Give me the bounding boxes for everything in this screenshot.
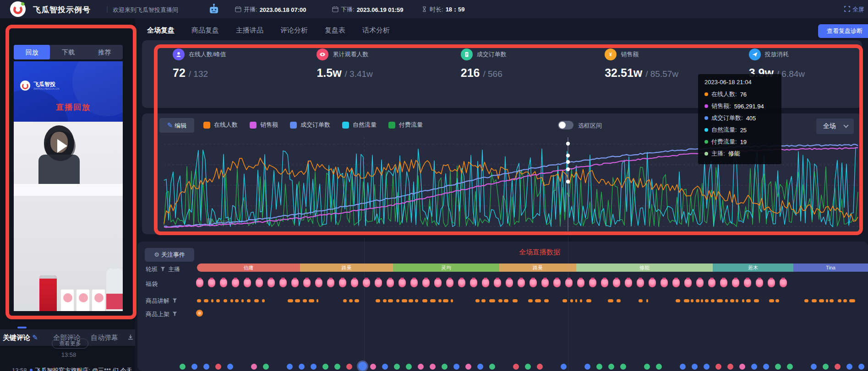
player-tab-1[interactable]: 回放: [14, 45, 50, 59]
event-dot[interactable]: [775, 364, 781, 370]
event-dot[interactable]: [715, 364, 721, 370]
explain-marker[interactable]: [544, 299, 549, 302]
diagnose-button[interactable]: 查看复盘诊断: [818, 24, 868, 38]
explain-marker[interactable]: [849, 299, 855, 302]
lucky-bag-icon[interactable]: [267, 279, 275, 287]
event-dot[interactable]: [858, 364, 864, 370]
lucky-bag-icon[interactable]: [410, 279, 418, 287]
explain-marker[interactable]: [355, 299, 359, 302]
event-dot[interactable]: [846, 364, 852, 370]
lucky-bag-icon[interactable]: [518, 279, 525, 287]
event-dot[interactable]: [251, 364, 257, 370]
event-dot[interactable]: [180, 364, 186, 370]
event-dot[interactable]: [334, 364, 340, 370]
explain-marker[interactable]: [711, 299, 714, 302]
host-segment[interactable]: 路曼: [300, 263, 393, 272]
pencil-icon[interactable]: ✎: [32, 333, 38, 341]
lucky-bag-icon[interactable]: [720, 279, 727, 287]
lucky-bag-icon[interactable]: [625, 279, 632, 287]
explain-marker[interactable]: [730, 299, 734, 302]
explain-marker[interactable]: [451, 299, 453, 302]
lucky-bag-icon[interactable]: [708, 279, 715, 287]
explain-marker[interactable]: [826, 299, 828, 302]
event-dot[interactable]: [596, 364, 602, 370]
event-dot[interactable]: [835, 364, 841, 370]
explain-marker[interactable]: [812, 299, 817, 302]
lucky-bag-icon[interactable]: [422, 279, 430, 287]
explain-marker[interactable]: [422, 299, 428, 302]
lucky-bag-icon[interactable]: [661, 279, 668, 287]
event-dot[interactable]: [227, 364, 233, 370]
scope-dropdown[interactable]: 全场: [816, 118, 854, 134]
event-dot[interactable]: [525, 364, 531, 370]
explain-marker[interactable]: [409, 299, 413, 302]
lucky-bag-icon[interactable]: [339, 279, 346, 287]
lucky-bag-icon[interactable]: [696, 279, 704, 287]
explain-marker[interactable]: [504, 299, 508, 302]
event-dot[interactable]: [406, 364, 412, 370]
lucky-bag-icon[interactable]: [256, 279, 263, 287]
video-player[interactable]: 飞瓜智投ZHITOU.FEIGUA.CN 直播回放: [14, 61, 123, 311]
edit-metrics-button[interactable]: ✎编辑: [159, 118, 194, 133]
lucky-bag-icon[interactable]: [494, 279, 501, 287]
explain-marker[interactable]: [639, 299, 642, 302]
event-dot[interactable]: [442, 364, 448, 370]
tab-3[interactable]: 主播讲品: [236, 26, 263, 35]
explain-marker[interactable]: [742, 299, 744, 302]
explain-marker[interactable]: [562, 299, 567, 302]
explain-marker[interactable]: [376, 299, 380, 302]
event-dot[interactable]: [620, 364, 626, 370]
explain-marker[interactable]: [819, 299, 824, 302]
lucky-bag-icon[interactable]: [327, 279, 334, 287]
event-dot[interactable]: [203, 364, 209, 370]
tab-2[interactable]: 商品复盘: [191, 26, 219, 35]
lucky-bag-icon[interactable]: [303, 279, 311, 287]
lucky-bag-icon[interactable]: [613, 279, 620, 287]
fullscreen-button[interactable]: 全屏: [844, 5, 864, 14]
host-segment[interactable]: 修能: [576, 263, 713, 272]
explain-marker[interactable]: [646, 299, 649, 302]
explain-marker[interactable]: [383, 299, 387, 302]
explain-marker[interactable]: [691, 299, 693, 302]
lucky-bag-icon[interactable]: [220, 279, 227, 287]
lucky-bag-icon[interactable]: [684, 279, 692, 287]
event-dot[interactable]: [704, 364, 710, 370]
explain-marker[interactable]: [230, 299, 233, 302]
explain-marker[interactable]: [717, 299, 723, 302]
event-dot[interactable]: [311, 364, 317, 370]
explain-marker[interactable]: [224, 299, 227, 302]
lucky-bag-icon[interactable]: [541, 279, 549, 287]
comment-item[interactable]: 13:58 飞瓜智投官方旗舰店: @三*** 们 今天飞瓜倍护2/3区间12宝物…: [12, 366, 133, 371]
explain-marker[interactable]: [216, 299, 220, 302]
explain-marker[interactable]: [288, 299, 294, 302]
lucky-bag-icon[interactable]: [768, 279, 775, 287]
explain-marker[interactable]: [769, 299, 774, 302]
lucky-bag-icon[interactable]: [589, 279, 596, 287]
event-dot[interactable]: [465, 364, 471, 370]
event-dot[interactable]: [727, 364, 733, 370]
event-dot[interactable]: [453, 364, 459, 370]
explain-marker[interactable]: [746, 299, 751, 302]
listing-marker[interactable]: [196, 310, 203, 317]
lucky-bag-icon[interactable]: [577, 279, 584, 287]
follow-events-button[interactable]: ⚙关注事件: [145, 248, 194, 262]
explain-marker[interactable]: [725, 299, 728, 302]
legend-2[interactable]: 销售额: [250, 121, 278, 129]
explain-marker[interactable]: [396, 299, 399, 302]
explain-marker[interactable]: [475, 299, 480, 302]
funnel-icon[interactable]: [172, 298, 177, 305]
lucky-bag-icon[interactable]: [470, 279, 477, 287]
tab-1[interactable]: 全场复盘: [147, 26, 175, 35]
lucky-bag-icon[interactable]: [244, 279, 251, 287]
host-segment[interactable]: 灵均: [393, 263, 499, 272]
lucky-bag-icon[interactable]: [565, 279, 573, 287]
event-dot[interactable]: [430, 364, 436, 370]
event-dot[interactable]: [751, 364, 757, 370]
event-dot[interactable]: [382, 364, 388, 370]
explain-marker[interactable]: [684, 299, 689, 302]
explain-marker[interactable]: [247, 299, 251, 302]
explain-marker[interactable]: [211, 299, 213, 302]
event-dot[interactable]: [477, 364, 483, 370]
explain-marker[interactable]: [843, 299, 847, 302]
view-more-button[interactable]: 查看更多: [52, 339, 88, 349]
